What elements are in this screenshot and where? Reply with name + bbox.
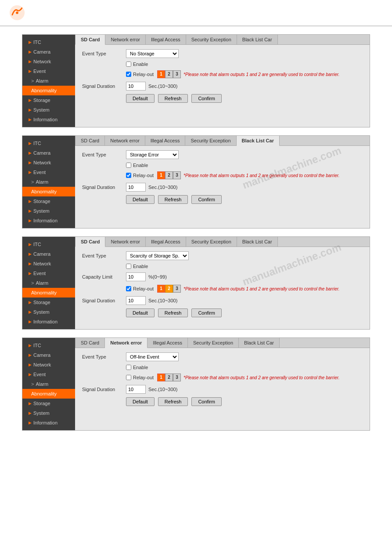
tab-network-error[interactable]: Network error <box>105 136 145 145</box>
sidebar-item-information[interactable]: ▶Information <box>22 115 75 124</box>
tab-security-exception[interactable]: Security Exception <box>186 237 237 247</box>
confirm-button[interactable]: Confirm <box>191 397 222 406</box>
event-type-select[interactable]: Off-line Event <box>126 352 179 361</box>
sidebar-item-camera[interactable]: ▶Camera <box>22 350 75 360</box>
relay-out-checkbox[interactable] <box>126 375 131 380</box>
tab-black-list-car[interactable]: Black List Car <box>237 237 278 247</box>
sidebar-item-storage[interactable]: ▶Storage <box>22 196 75 206</box>
sidebar-item-abnormality[interactable]: Abnormality <box>22 288 75 297</box>
default-button[interactable]: Default <box>126 397 155 406</box>
relay-btn-2[interactable]: 2 <box>165 374 173 381</box>
tab-network-error[interactable]: Network error <box>105 338 147 348</box>
default-button[interactable]: Default <box>126 308 155 317</box>
relay-btn-2[interactable]: 2 <box>165 70 173 78</box>
sidebar-item-abnormality[interactable]: Abnormality <box>22 86 75 95</box>
relay-btn-3[interactable]: 3 <box>173 285 181 293</box>
enable-checkbox[interactable] <box>126 62 131 67</box>
sidebar-item-system[interactable]: ▶System <box>22 206 75 216</box>
sidebar-item-storage[interactable]: ▶Storage <box>22 95 75 105</box>
signal-duration-input[interactable] <box>126 296 146 305</box>
relay-btn-1[interactable]: 1 <box>157 171 165 179</box>
tab-network-error[interactable]: Network error <box>105 237 146 247</box>
sidebar-item-system[interactable]: ▶System <box>22 105 75 115</box>
tab-sd-card[interactable]: SD Card <box>75 237 105 247</box>
event-type-select[interactable]: Storage Error <box>126 150 179 159</box>
sidebar-item-itc[interactable]: ▶ITC <box>22 239 75 249</box>
sidebar-item-camera[interactable]: ▶Camera <box>22 47 75 57</box>
sidebar-item-system[interactable]: ▶System <box>22 307 75 317</box>
relay-btn-1[interactable]: 1 <box>157 374 165 381</box>
sidebar-item-information[interactable]: ▶Information <box>22 216 75 225</box>
tab-black-list-car[interactable]: Black List Car <box>237 136 280 146</box>
signal-duration-input[interactable] <box>126 82 146 91</box>
relay-out-checkbox[interactable] <box>126 173 131 178</box>
sidebar-item-network[interactable]: ▶Network <box>22 57 75 66</box>
sidebar-item-system[interactable]: ▶System <box>22 408 75 418</box>
sidebar-item-abnormality[interactable]: Abnormality <box>22 389 75 399</box>
relay-out-checkbox[interactable] <box>126 72 131 77</box>
tab-illegal-access[interactable]: Illegal Access <box>147 338 188 348</box>
sidebar-item-abnormality[interactable]: Abnormality <box>22 187 75 196</box>
sidebar-item-event[interactable]: ▶Event <box>22 167 75 177</box>
tab-security-exception[interactable]: Security Exception <box>185 136 236 145</box>
sidebar-item-event[interactable]: ▶Event <box>22 268 75 278</box>
confirm-button[interactable]: Confirm <box>191 94 222 103</box>
sidebar-item-itc[interactable]: ▶ITC <box>22 37 75 47</box>
refresh-button[interactable]: Refresh <box>158 195 188 204</box>
sidebar-item-camera[interactable]: ▶Camera <box>22 148 75 158</box>
event-type-select[interactable]: No Storage <box>126 49 179 58</box>
confirm-button[interactable]: Confirm <box>191 195 222 204</box>
default-button[interactable]: Default <box>126 195 155 204</box>
tab-black-list-car[interactable]: Black List Car <box>237 35 278 44</box>
tab-sd-card[interactable]: SD Card <box>75 338 105 348</box>
sidebar-item-storage[interactable]: ▶Storage <box>22 297 75 307</box>
sidebar-item-information[interactable]: ▶Information <box>22 418 75 428</box>
relay-btn-3[interactable]: 3 <box>173 171 181 179</box>
event-type-select[interactable]: Scarcity of Storage Sp. <box>126 251 189 260</box>
relay-out-checkbox[interactable] <box>126 286 131 291</box>
tab-illegal-access[interactable]: Illegal Access <box>145 136 186 145</box>
refresh-button[interactable]: Refresh <box>158 397 188 406</box>
relay-btn-2[interactable]: 2 <box>165 171 173 179</box>
sidebar-item-network[interactable]: ▶Network <box>22 360 75 370</box>
sidebar-item-event[interactable]: ▶Event <box>22 370 75 379</box>
relay-btn-2[interactable]: 2 <box>165 285 173 293</box>
tab-security-exception[interactable]: Security Exception <box>188 338 239 348</box>
sidebar-item-alarm[interactable]: > Alarm <box>22 379 75 389</box>
tab-network-error[interactable]: Network error <box>105 35 146 44</box>
sidebar-item-network[interactable]: ▶Network <box>22 259 75 268</box>
enable-checkbox[interactable] <box>126 163 131 168</box>
signal-duration-input[interactable] <box>126 183 146 192</box>
tab-illegal-access[interactable]: Illegal Access <box>146 237 186 247</box>
relay-btn-1[interactable]: 1 <box>157 285 165 293</box>
tab-sd-card[interactable]: SD Card <box>75 35 105 45</box>
capacity-limit-input[interactable] <box>126 272 146 281</box>
sidebar-item-alarm[interactable]: > Alarm <box>22 278 75 288</box>
relay-btn-3[interactable]: 3 <box>173 374 181 381</box>
sidebar-item-event[interactable]: ▶Event <box>22 66 75 76</box>
sidebar-item-itc[interactable]: ▶ITC <box>22 341 75 350</box>
sidebar-item-alarm[interactable]: > Alarm <box>22 76 75 86</box>
tab-illegal-access[interactable]: Illegal Access <box>146 35 186 44</box>
relay-btn-3[interactable]: 3 <box>173 70 181 78</box>
enable-checkbox[interactable] <box>126 264 131 269</box>
refresh-button[interactable]: Refresh <box>158 308 188 317</box>
refresh-button[interactable]: Refresh <box>158 94 188 103</box>
signal-duration-input[interactable] <box>126 385 146 394</box>
logo <box>9 4 383 21</box>
relay-btn-1[interactable]: 1 <box>157 70 165 78</box>
tab-security-exception[interactable]: Security Exception <box>186 35 237 44</box>
sidebar-item-information[interactable]: ▶Information <box>22 317 75 326</box>
enable-checkbox[interactable] <box>126 365 131 370</box>
sidebar-item-storage[interactable]: ▶Storage <box>22 399 75 408</box>
tab-black-list-car[interactable]: Black List Car <box>239 338 280 348</box>
sidebar-item-alarm[interactable]: > Alarm <box>22 177 75 187</box>
sidebar-item-itc[interactable]: ▶ITC <box>22 138 75 148</box>
relay-out-text: Relay-out <box>133 375 154 380</box>
confirm-button[interactable]: Confirm <box>191 308 222 317</box>
sidebar-item-camera[interactable]: ▶Camera <box>22 249 75 259</box>
sidebar-item-network[interactable]: ▶Network <box>22 158 75 167</box>
signal-duration-label: Signal Duration <box>82 83 126 89</box>
default-button[interactable]: Default <box>126 94 155 103</box>
tab-sd-card[interactable]: SD Card <box>75 136 105 145</box>
